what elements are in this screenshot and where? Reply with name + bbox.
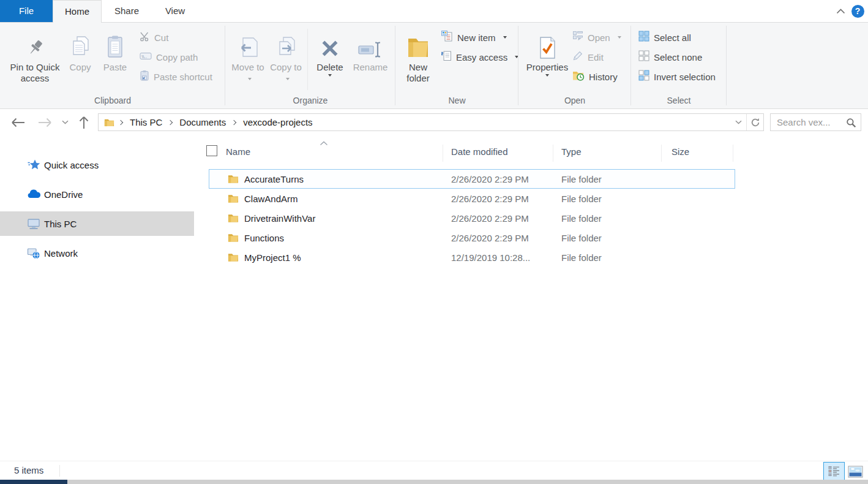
minimize-ribbon-button[interactable]	[830, 0, 851, 22]
sidebar-item-quick-access[interactable]: Quick access	[0, 153, 194, 177]
file-row-myproject1[interactable]: MyProject1 % 12/19/2019 10:28... File fo…	[209, 248, 735, 267]
paste-button[interactable]: Paste	[98, 28, 132, 96]
ribbon-group-select: Select all Select none Invert selection …	[631, 23, 727, 108]
taskbar-active-segment	[0, 480, 67, 484]
ribbon-tab-bar: File Home Share View ?	[0, 0, 868, 23]
dropdown-caret-icon	[545, 74, 549, 77]
paste-icon	[105, 28, 125, 59]
tab-view[interactable]: View	[152, 0, 198, 22]
new-folder-button[interactable]: New folder	[399, 28, 437, 96]
delete-x-icon	[319, 28, 341, 59]
tab-file[interactable]: File	[0, 0, 53, 22]
column-divider[interactable]	[661, 145, 662, 162]
select-all-icon	[638, 31, 649, 44]
recent-locations-button[interactable]	[58, 109, 72, 135]
folder-icon	[228, 194, 239, 206]
select-all-button[interactable]: Select all	[638, 29, 691, 46]
file-row-accurateturns[interactable]: AccurateTurns 2/26/2020 2:29 PM File fol…	[209, 169, 735, 189]
edit-button[interactable]: Edit	[572, 48, 604, 66]
ribbon-group-new: New folder New item Easy access New	[395, 23, 518, 108]
cut-button[interactable]: Cut	[140, 29, 168, 46]
column-header-name[interactable]: Name	[226, 140, 250, 164]
breadcrumb-vexcode-projects[interactable]: vexcode-projects	[241, 117, 314, 127]
dropdown-caret-icon	[286, 78, 290, 80]
column-headers: Name Date modified Type Size	[194, 140, 745, 164]
search-box	[770, 113, 861, 131]
main-area: Quick access OneDrive This PC Network Na…	[0, 135, 868, 461]
file-row-drivetrainwithvar[interactable]: DrivetrainWithVar 2/26/2020 2:29 PM File…	[209, 208, 735, 228]
file-row-clawandarm[interactable]: ClawAndArm 2/26/2020 2:29 PM File folder	[209, 189, 735, 208]
address-bar[interactable]: This PC Documents vexcode-projects	[98, 113, 764, 131]
paste-shortcut-icon	[140, 70, 149, 83]
history-button[interactable]: History	[572, 68, 618, 85]
sidebar-item-this-pc[interactable]: This PC	[0, 211, 194, 236]
easy-access-icon	[441, 50, 452, 64]
status-bar: 5 items	[0, 461, 868, 480]
move-to-icon	[236, 28, 260, 59]
quick-access-star-icon	[27, 159, 40, 171]
dropdown-caret-icon	[618, 36, 621, 39]
paste-shortcut-button[interactable]: Paste shortcut	[140, 68, 212, 85]
edit-pencil-icon	[572, 50, 583, 64]
details-view-button[interactable]	[823, 462, 845, 481]
properties-button[interactable]: Properties	[527, 28, 567, 96]
tab-home[interactable]: Home	[53, 0, 102, 23]
new-item-icon	[441, 30, 453, 45]
details-view-icon	[828, 466, 840, 477]
file-rows: AccurateTurns 2/26/2020 2:29 PM File fol…	[209, 169, 735, 267]
copy-to-button[interactable]: Copy to	[268, 28, 304, 96]
column-header-type[interactable]: Type	[561, 140, 582, 164]
chevron-up-icon	[836, 6, 845, 17]
refresh-button[interactable]	[746, 114, 763, 130]
select-none-button[interactable]: Select none	[638, 48, 702, 66]
address-dropdown-button[interactable]	[730, 114, 746, 130]
arrow-left-icon	[10, 118, 26, 127]
forward-button[interactable]	[33, 109, 56, 135]
scissors-icon	[140, 31, 150, 44]
status-divider	[59, 465, 60, 477]
invert-selection-button[interactable]: Invert selection	[638, 68, 716, 85]
breadcrumb-chevron-icon	[118, 119, 123, 124]
folder-icon	[228, 174, 239, 186]
copy-to-icon	[274, 28, 297, 59]
delete-button[interactable]: Delete	[311, 28, 349, 96]
select-none-icon	[638, 50, 649, 64]
thumbnail-view-icon	[848, 466, 863, 478]
navigation-bar: This PC Documents vexcode-projects	[0, 109, 868, 135]
help-icon: ?	[851, 5, 864, 18]
column-divider[interactable]	[443, 145, 443, 162]
column-header-date-modified[interactable]: Date modified	[451, 140, 508, 164]
large-icons-view-button[interactable]	[847, 464, 864, 479]
network-icon	[27, 248, 40, 259]
sidebar-item-network[interactable]: Network	[0, 241, 194, 265]
copy-path-button[interactable]: \\.. Copy path	[140, 48, 198, 66]
open-button[interactable]: Open	[572, 29, 621, 46]
new-item-button[interactable]: New item	[441, 29, 507, 46]
dropdown-caret-icon	[328, 74, 332, 77]
select-all-checkbox[interactable]	[206, 145, 217, 156]
help-button[interactable]: ?	[848, 0, 867, 22]
column-header-size[interactable]: Size	[672, 140, 689, 164]
file-list: Name Date modified Type Size AccurateTur…	[194, 135, 868, 461]
arrow-up-icon	[79, 115, 89, 130]
folder-icon	[228, 252, 239, 265]
move-to-button[interactable]: Move to	[230, 28, 266, 96]
file-row-functions[interactable]: Functions 2/26/2020 2:29 PM File folder	[209, 228, 735, 248]
search-icon[interactable]	[846, 118, 856, 130]
easy-access-button[interactable]: Easy access	[441, 48, 518, 66]
breadcrumb-documents[interactable]: Documents	[178, 117, 228, 127]
up-button[interactable]	[73, 109, 94, 135]
file-explorer-window: File Home Share View ? Pin to Quick acce…	[0, 0, 868, 484]
sidebar-item-onedrive[interactable]: OneDrive	[0, 182, 194, 206]
column-divider[interactable]	[733, 145, 733, 162]
dropdown-caret-icon	[503, 36, 507, 39]
tab-share[interactable]: Share	[102, 0, 152, 22]
copy-button[interactable]: Copy	[64, 28, 97, 96]
column-divider[interactable]	[553, 145, 553, 162]
rename-button[interactable]: Rename	[351, 28, 390, 96]
pin-to-quick-access-button[interactable]: Pin to Quick access	[7, 28, 62, 96]
ribbon: Pin to Quick access Copy Paste Cut \\..	[0, 23, 868, 109]
breadcrumb-this-pc[interactable]: This PC	[128, 117, 164, 127]
onedrive-cloud-icon	[27, 189, 40, 199]
back-button[interactable]	[6, 109, 29, 135]
